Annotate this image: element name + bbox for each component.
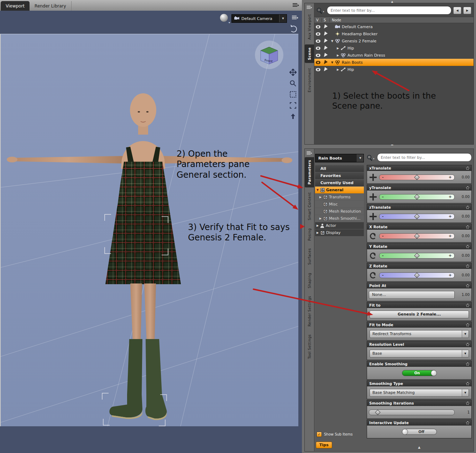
gear-icon[interactable]: [466, 186, 469, 189]
category-transforms[interactable]: ▶ G Transforms: [315, 194, 364, 201]
gear-icon[interactable]: [466, 402, 469, 405]
camera-selector[interactable]: Default Camera ▼: [231, 14, 287, 23]
node-label[interactable]: Autumn Rain Dress: [347, 53, 385, 58]
fit-to-mode-dropdown[interactable]: Redirect Transforms ▼: [370, 330, 469, 338]
category-all[interactable]: All: [315, 165, 364, 172]
x-rotate-value[interactable]: 0.00: [455, 234, 470, 238]
tab-surfaces[interactable]: Surfaces: [305, 245, 314, 268]
xtranslate-slider[interactable]: -+: [379, 175, 455, 180]
camera-selector-caret[interactable]: ▼: [279, 15, 287, 22]
enable-smoothing-toggle[interactable]: On: [402, 370, 437, 376]
selectable-cursor-icon[interactable]: [322, 67, 330, 72]
scene-node-autumn-rain-dress[interactable]: ▶ Autumn Rain Dress: [314, 52, 474, 59]
show-sub-items-checkbox[interactable]: ✓: [317, 432, 322, 437]
slider-handle[interactable]: [414, 194, 420, 200]
viewport-options-icon[interactable]: [292, 15, 298, 20]
gear-icon[interactable]: [466, 284, 469, 287]
parameters-pane-menu-icon[interactable]: [307, 151, 312, 156]
resolution-level-dropdown[interactable]: Base ▼: [370, 350, 469, 358]
node-label[interactable]: Headlamp Blocker: [342, 32, 377, 36]
scene-forward-button[interactable]: ▶: [463, 7, 471, 14]
y-rotate-slider[interactable]: -+: [379, 253, 455, 259]
pane-menu-icon[interactable]: [293, 3, 299, 8]
scene-node-headlamp-blocker[interactable]: Headlamp Blocker: [314, 30, 474, 37]
expander-icon[interactable]: ▼: [330, 40, 335, 43]
node-label[interactable]: Hip: [347, 46, 354, 51]
expander-icon[interactable]: ▶: [335, 68, 340, 71]
tab-shaping[interactable]: Shaping: [305, 270, 314, 291]
slider-handle[interactable]: [375, 410, 381, 415]
slider-handle[interactable]: [414, 272, 420, 278]
point-at-value[interactable]: 1.00: [455, 293, 470, 297]
search-icon[interactable]: [367, 155, 373, 161]
slider-handle[interactable]: [414, 214, 420, 219]
z-rotate-value[interactable]: 0.00: [455, 273, 470, 277]
category-currently-used[interactable]: Currently Used: [315, 179, 364, 186]
gear-icon[interactable]: [466, 265, 469, 268]
reset-camera-icon[interactable]: [289, 113, 297, 120]
zoom-tool-icon[interactable]: [289, 79, 297, 87]
dropdown-caret-icon[interactable]: ▼: [462, 389, 469, 396]
fit-to-button[interactable]: Genesis 2 Female...: [370, 311, 469, 318]
tab-environment[interactable]: Environment: [305, 65, 314, 95]
pan-tool-icon[interactable]: [289, 68, 297, 76]
ztranslate-value[interactable]: 0.00: [455, 214, 470, 218]
scene-node-hip[interactable]: ▶ Hip: [314, 45, 474, 52]
tab-posing[interactable]: Posing: [305, 225, 314, 244]
column-node[interactable]: Node: [330, 18, 341, 22]
tips-button[interactable]: Tips: [316, 442, 332, 448]
expander-icon[interactable]: ▶: [335, 54, 340, 57]
visibility-eye-icon[interactable]: [314, 25, 322, 28]
gear-icon[interactable]: [466, 245, 469, 248]
gear-icon[interactable]: [466, 206, 469, 209]
y-rotate-value[interactable]: 0.00: [455, 254, 470, 257]
slider-handle[interactable]: [414, 253, 420, 259]
smoothing-type-dropdown[interactable]: Base Shape Matching ▼: [370, 389, 469, 397]
ztranslate-slider[interactable]: -+: [379, 214, 455, 219]
category-display[interactable]: ▶ G Display: [315, 229, 364, 236]
node-label[interactable]: Genesis 2 Female: [342, 39, 376, 43]
selectable-cursor-icon[interactable]: [322, 46, 330, 50]
ytranslate-value[interactable]: 0.00: [455, 195, 470, 199]
node-label[interactable]: Hip: [347, 67, 354, 72]
viewport-canvas[interactable]: Front: [0, 34, 298, 426]
aim-frame-icon[interactable]: [289, 101, 297, 109]
scene-filter-input[interactable]: [327, 6, 451, 15]
expander-icon[interactable]: ▶: [335, 47, 340, 50]
draw-style-caret-icon[interactable]: ▾: [229, 21, 230, 24]
scene-node-rain-boots[interactable]: ▼ Rain Boots: [314, 59, 474, 66]
column-visibility[interactable]: V: [314, 18, 322, 22]
orbit-view-icon[interactable]: [290, 26, 297, 32]
scene-back-button[interactable]: ◀: [453, 7, 461, 14]
point-at-button[interactable]: None...: [369, 291, 455, 299]
interactive-update-toggle[interactable]: Off: [402, 429, 437, 435]
visibility-eye-icon[interactable]: [314, 32, 322, 36]
xtranslate-value[interactable]: 0.00: [455, 175, 470, 179]
draw-style-sphere-icon[interactable]: [220, 14, 228, 22]
visibility-eye-icon[interactable]: [314, 54, 322, 57]
category-favorites[interactable]: Favorites: [315, 172, 364, 179]
category-mesh-smoothing[interactable]: ▶ G Mesh Smoothi...: [315, 215, 364, 222]
selectable-cursor-icon[interactable]: [322, 25, 330, 29]
node-label[interactable]: Default Camera: [342, 25, 373, 29]
category-general[interactable]: ▼ G General: [315, 187, 364, 193]
dropdown-caret-icon[interactable]: ▼: [462, 350, 469, 357]
node-selector-dropdown[interactable]: Rain Boots ▼: [315, 154, 364, 162]
gear-icon[interactable]: [466, 323, 469, 327]
visibility-eye-icon[interactable]: [314, 40, 322, 43]
visibility-eye-icon[interactable]: [314, 61, 322, 64]
visibility-eye-icon[interactable]: [314, 47, 322, 50]
tab-parameters[interactable]: Parameters: [305, 157, 314, 187]
filter-options-caret-icon[interactable]: ▾: [323, 10, 324, 13]
scene-node-default-camera[interactable]: Default Camera: [314, 23, 474, 30]
smoothing-iterations-value[interactable]: 1: [455, 410, 470, 414]
gear-icon[interactable]: [466, 363, 469, 366]
scene-node-hip-boots[interactable]: ▶ Hip: [314, 66, 474, 73]
z-rotate-slider[interactable]: -+: [379, 272, 455, 278]
params-filter-input[interactable]: [377, 153, 472, 162]
category-actor[interactable]: ▶ Actor: [315, 222, 364, 229]
params-scroll-more-icon[interactable]: ▲: [418, 446, 420, 449]
gear-icon[interactable]: [466, 225, 469, 229]
toggle-knob[interactable]: [431, 370, 437, 376]
show-sub-items-row[interactable]: ✓ Show Sub Items: [317, 432, 352, 437]
